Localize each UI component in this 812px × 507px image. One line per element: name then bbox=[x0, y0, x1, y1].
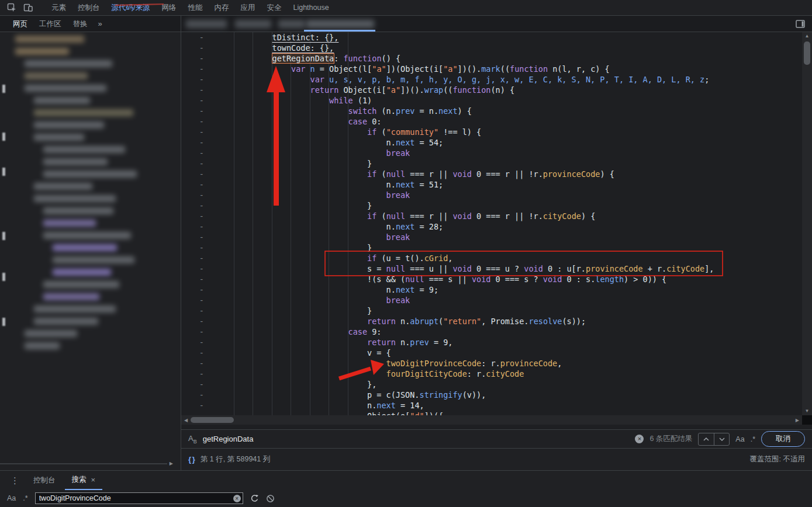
tab-application[interactable]: 应用 bbox=[234, 0, 261, 16]
line-marker: - bbox=[181, 74, 204, 85]
tree-marker bbox=[2, 133, 5, 141]
line-marker: - bbox=[181, 95, 204, 106]
blurred-tree-row bbox=[53, 269, 111, 276]
code-line: } bbox=[215, 158, 812, 169]
file-tab[interactable] bbox=[186, 20, 227, 28]
scrollbar-thumb[interactable] bbox=[191, 417, 234, 423]
search-match-case-toggle[interactable]: Aa bbox=[7, 494, 16, 502]
line-marker: - bbox=[181, 305, 204, 316]
sidebar-horizontal-scrollbar[interactable]: ▶ bbox=[0, 460, 173, 467]
devtools-window: 元素 控制台 源代码/来源 网络 性能 内存 应用 安全 Lighthouse … bbox=[0, 0, 812, 507]
pretty-print-icon[interactable]: { } bbox=[188, 455, 195, 464]
tab-overrides[interactable]: 替换 bbox=[67, 16, 94, 32]
tab-sources[interactable]: 源代码/来源 bbox=[106, 0, 156, 16]
blurred-tree-row bbox=[25, 342, 60, 349]
chevron-up-icon bbox=[703, 437, 709, 441]
cancel-button[interactable]: 取消 bbox=[761, 431, 805, 447]
blurred-tree-row bbox=[25, 72, 88, 79]
panel-tabs: 元素 控制台 源代码/来源 网络 性能 内存 应用 安全 Lighthouse bbox=[46, 0, 335, 15]
blurred-tree-row bbox=[43, 281, 119, 288]
device-toolbar-icon[interactable] bbox=[23, 3, 33, 12]
file-tab-active[interactable] bbox=[306, 20, 374, 28]
scroll-right-arrow[interactable]: ▶ bbox=[796, 418, 799, 423]
file-tree-panel[interactable]: ▶ bbox=[0, 32, 181, 470]
code-line: var n = Object(l["a"])(Object(i["a"])().… bbox=[215, 64, 812, 74]
drawer-search-row: Aa .* × bbox=[0, 490, 812, 506]
file-tab[interactable] bbox=[278, 20, 305, 28]
inspect-icon[interactable] bbox=[7, 3, 16, 12]
code-line: return n.prev = 9, bbox=[215, 337, 812, 348]
tab-lighthouse[interactable]: Lighthouse bbox=[287, 0, 334, 16]
tab-memory[interactable]: 内存 bbox=[208, 0, 234, 16]
line-marker: - bbox=[181, 53, 204, 64]
code-line: v = { bbox=[215, 348, 812, 358]
drawer-tab-search[interactable]: 搜索 × bbox=[65, 471, 103, 490]
code-line: if (null === r || void 0 === r || !r.cit… bbox=[215, 211, 812, 221]
blurred-tree-row bbox=[34, 305, 116, 312]
scroll-down-arrow[interactable]: ▼ bbox=[805, 407, 810, 415]
code-line: } bbox=[215, 242, 812, 253]
tab-security[interactable]: 安全 bbox=[261, 0, 287, 16]
line-marker: - bbox=[181, 358, 204, 369]
tab-page[interactable]: 网页 bbox=[7, 16, 33, 32]
tab-console[interactable]: 控制台 bbox=[72, 0, 106, 16]
code-line: fourDigitCityCode: r.cityCode bbox=[215, 369, 812, 379]
find-bar: AB × 6 条匹配结果 Aa .* 取消 bbox=[181, 429, 812, 448]
next-match-button[interactable] bbox=[714, 433, 729, 445]
tab-elements[interactable]: 元素 bbox=[46, 0, 72, 16]
kebab-menu-icon[interactable]: ⋮ bbox=[6, 475, 24, 486]
drawer-tab-console[interactable]: 控制台 bbox=[26, 471, 63, 490]
gutter: ------------------------------------- bbox=[181, 32, 212, 415]
code-lines[interactable]: tDistinct: {}, townCode: {}, getRegionDa… bbox=[212, 32, 812, 415]
code-pane: tDistinct: {}, townCode: {}, getRegionDa… bbox=[212, 32, 812, 415]
scrollbar-thumb[interactable] bbox=[804, 41, 810, 65]
drawer-search-input-wrap: × bbox=[35, 492, 243, 504]
coverage-status: 覆盖范围: 不适用 bbox=[750, 454, 805, 464]
match-count: 6 条匹配结果 bbox=[649, 434, 692, 444]
close-icon[interactable]: × bbox=[91, 470, 96, 489]
code-line: if ("community" !== l) { bbox=[215, 127, 812, 137]
blurred-tree-row bbox=[34, 183, 92, 190]
blurred-tree-row bbox=[43, 171, 137, 178]
blurred-tree-row bbox=[43, 146, 125, 153]
block-icon[interactable] bbox=[266, 494, 275, 503]
line-marker: - bbox=[181, 221, 204, 232]
tab-performance[interactable]: 性能 bbox=[182, 0, 208, 16]
code-line: return n.abrupt("return", Promise.resolv… bbox=[215, 316, 812, 327]
line-marker: - bbox=[181, 116, 204, 127]
clear-search-icon[interactable]: × bbox=[635, 435, 644, 443]
more-tabs-icon[interactable]: » bbox=[94, 19, 107, 28]
tab-network[interactable]: 网络 bbox=[156, 0, 182, 16]
scroll-left-arrow[interactable]: ◀ bbox=[184, 418, 188, 423]
scroll-right-arrow[interactable]: ▶ bbox=[170, 461, 173, 466]
code-line: tDistinct: {}, bbox=[215, 32, 812, 43]
tab-workspace[interactable]: 工作区 bbox=[33, 16, 67, 32]
line-marker: - bbox=[181, 411, 204, 415]
status-bar: { } 第 1 行, 第 589941 列 覆盖范围: 不适用 bbox=[181, 448, 812, 470]
devtools-toolbar: 元素 控制台 源代码/来源 网络 性能 内存 应用 安全 Lighthouse bbox=[0, 0, 812, 16]
match-case-toggle[interactable]: Aa bbox=[735, 435, 744, 443]
chevron-down-icon bbox=[719, 437, 725, 441]
refresh-icon[interactable] bbox=[250, 494, 259, 503]
line-marker: - bbox=[181, 400, 204, 411]
drawer-search-input[interactable] bbox=[35, 492, 243, 504]
line-marker: - bbox=[181, 148, 204, 158]
search-regex-toggle[interactable]: .* bbox=[23, 494, 27, 502]
scroll-up-arrow[interactable]: ▲ bbox=[805, 32, 810, 40]
clear-input-icon[interactable]: × bbox=[233, 495, 241, 502]
blurred-tree-row bbox=[15, 36, 84, 43]
blurred-tree-row bbox=[34, 195, 116, 202]
prev-match-button[interactable] bbox=[699, 433, 714, 445]
scrollbar-track[interactable] bbox=[0, 463, 167, 464]
spacer bbox=[181, 425, 812, 429]
line-marker: - bbox=[181, 348, 204, 358]
blurred-tree-row bbox=[34, 97, 90, 104]
horizontal-scrollbar[interactable]: ◀ ▶ bbox=[181, 415, 802, 425]
code-viewport[interactable]: ------------------------------------- tD… bbox=[181, 32, 812, 415]
sources-sidebar-tabs: 网页 工作区 替换 » bbox=[0, 16, 181, 32]
vertical-scrollbar[interactable]: ▲ ▼ bbox=[802, 32, 812, 415]
panel-toggle-icon[interactable] bbox=[796, 20, 805, 28]
find-input[interactable] bbox=[203, 435, 630, 443]
regex-toggle[interactable]: .* bbox=[751, 435, 755, 443]
file-tab[interactable] bbox=[235, 20, 271, 28]
